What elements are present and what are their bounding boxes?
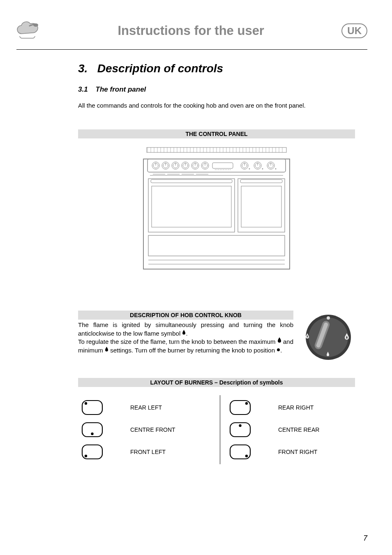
burner-label-rear-left: REAR LEFT <box>130 404 204 411</box>
burner-label-front-right: FRONT RIGHT <box>278 449 352 455</box>
page-title: Instructions for the user <box>40 23 341 38</box>
para2d: . <box>280 347 282 354</box>
svg-rect-86 <box>151 180 232 183</box>
svg-rect-65 <box>212 163 233 168</box>
svg-rect-85 <box>238 179 285 232</box>
svg-point-93 <box>277 348 280 351</box>
hob-knob-description: The flame is ignited by simultaneously p… <box>78 321 293 354</box>
para2a: To regulate the size of the flame, turn … <box>78 338 277 345</box>
burner-label-rear-right: REAR RIGHT <box>278 404 352 411</box>
svg-rect-89 <box>241 186 281 227</box>
control-panel-heading: THE CONTROL PANEL <box>78 129 355 138</box>
large-flame-icon <box>277 337 281 345</box>
chef-cloud-spoon-icon <box>16 21 40 41</box>
svg-rect-84 <box>148 179 235 232</box>
para1b: . <box>186 330 187 337</box>
subsection-title-text: The front panel <box>96 85 146 93</box>
off-dot-icon <box>277 346 280 354</box>
section-title-text: Description of controls <box>97 62 223 75</box>
svg-point-104 <box>91 433 93 435</box>
burner-icon-centre-front <box>81 421 104 438</box>
svg-point-74 <box>262 168 263 169</box>
burner-icon-centre-rear <box>229 421 251 438</box>
burner-label-front-left: FRONT LEFT <box>130 449 204 455</box>
svg-point-96 <box>327 316 330 320</box>
region-badge: UK <box>341 23 367 38</box>
burner-label-centre-rear: CENTRE REAR <box>278 426 352 433</box>
burners-grid: REAR LEFT REAR RIGHT CENTRE FRONT CENTRE… <box>81 395 352 464</box>
burner-icon-front-right <box>229 444 251 460</box>
svg-rect-90 <box>148 235 285 256</box>
burner-label-centre-front: CENTRE FRONT <box>130 426 204 433</box>
section-number: 3. <box>78 62 88 75</box>
small-flame-icon-2 <box>105 346 108 354</box>
svg-point-102 <box>245 402 248 405</box>
subsection-title: 3.1 The front panel <box>78 85 355 94</box>
section-title: 3. Description of controls <box>78 62 355 75</box>
svg-point-100 <box>85 402 87 405</box>
svg-point-108 <box>85 455 87 457</box>
svg-point-110 <box>245 455 248 457</box>
svg-point-70 <box>249 168 250 169</box>
intro-paragraph: All the commands and controls for the co… <box>78 102 355 109</box>
svg-rect-88 <box>152 186 231 227</box>
burner-icon-rear-left <box>81 399 104 416</box>
burners-heading: LAYOUT OF BURNERS – Description of symbo… <box>78 378 355 387</box>
page-number: 7 <box>363 534 367 543</box>
control-panel-diagram <box>78 147 355 272</box>
svg-rect-87 <box>240 180 282 183</box>
para2c: settings. Turn off the burner by returni… <box>108 347 277 354</box>
hob-knob-image <box>302 311 355 366</box>
hob-knob-heading: DESCRIPTION OF HOB CONTROL KNOB <box>78 311 293 320</box>
burner-icon-rear-right <box>229 399 251 416</box>
subsection-number: 3.1 <box>78 85 88 93</box>
burners-divider <box>220 395 220 464</box>
burner-icon-front-left <box>81 444 104 460</box>
header-divider <box>16 49 367 50</box>
svg-point-106 <box>239 424 241 427</box>
svg-point-78 <box>275 168 276 169</box>
